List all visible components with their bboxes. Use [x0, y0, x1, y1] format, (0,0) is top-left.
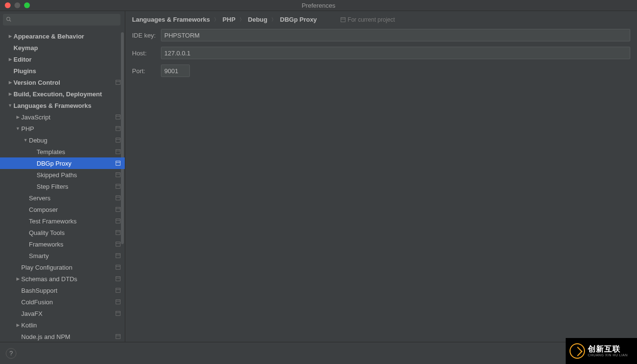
- svg-rect-34: [116, 288, 120, 293]
- project-icon: [115, 287, 121, 293]
- project-icon: [115, 311, 121, 316]
- tree-item[interactable]: ▶JavaScript: [0, 111, 125, 123]
- tree-item[interactable]: Composer: [0, 204, 125, 215]
- project-icon: [115, 241, 121, 247]
- svg-rect-17: [116, 184, 120, 186]
- tree-item[interactable]: Templates: [0, 146, 125, 157]
- tree-item-label: Composer: [29, 206, 58, 213]
- project-icon: [115, 160, 121, 166]
- host-input[interactable]: [161, 47, 630, 59]
- tree-item-label: Skipped Paths: [37, 171, 77, 179]
- project-icon: [115, 253, 121, 259]
- tree-item[interactable]: Node.js and NPM: [0, 331, 125, 342]
- tree-item-label: Step Filters: [37, 183, 68, 190]
- minimize-window-button[interactable]: [14, 2, 20, 8]
- chevron-right-icon[interactable]: ▶: [7, 57, 13, 62]
- tree-item-label: Build, Execution, Deployment: [13, 91, 102, 98]
- tree-item[interactable]: ▼Debug: [0, 134, 125, 146]
- breadcrumb-item[interactable]: Languages & Frameworks: [132, 16, 210, 23]
- breadcrumb-item[interactable]: PHP: [223, 16, 236, 23]
- tree-item[interactable]: ▶Editor: [0, 53, 125, 65]
- svg-rect-25: [116, 231, 120, 232]
- chevron-down-icon[interactable]: ▼: [14, 126, 21, 131]
- chevron-right-icon[interactable]: ▶: [14, 323, 21, 327]
- svg-rect-10: [116, 150, 120, 154]
- tree-item-label: PHP: [21, 125, 34, 132]
- chevron-down-icon[interactable]: ▼: [7, 103, 13, 108]
- project-scope-label: For current project: [348, 16, 395, 23]
- close-window-button[interactable]: [5, 2, 11, 8]
- breadcrumb-item[interactable]: Debug: [248, 16, 267, 23]
- svg-rect-16: [116, 184, 120, 189]
- tree-item-label: Play Configuration: [21, 264, 72, 271]
- tree-item[interactable]: Test Frameworks: [0, 215, 125, 227]
- tree-item-label: Version Control: [13, 79, 60, 86]
- project-icon: [115, 195, 121, 201]
- svg-rect-9: [116, 138, 120, 140]
- tree-item[interactable]: ▶Build, Execution, Deployment: [0, 88, 125, 100]
- svg-rect-43: [341, 17, 345, 19]
- ide-key-input[interactable]: [161, 29, 630, 41]
- port-input[interactable]: [161, 65, 190, 77]
- tree-item[interactable]: Quality Tools: [0, 227, 125, 238]
- tree-item-label: Frameworks: [29, 241, 64, 248]
- chevron-right-icon[interactable]: ▶: [7, 91, 13, 96]
- settings-form: IDE key: Host: Port:: [125, 28, 637, 83]
- watermark-subtitle: CHUANG XIN HU LIAN: [588, 353, 628, 357]
- tree-item[interactable]: ▼PHP: [0, 123, 125, 134]
- help-button[interactable]: ?: [6, 348, 16, 359]
- svg-rect-7: [116, 127, 120, 128]
- tree-item-label: Keymap: [13, 44, 38, 52]
- chevron-right-icon[interactable]: ▶: [7, 80, 13, 85]
- watermark-title: 创新互联: [588, 345, 628, 353]
- tree-item[interactable]: ▼Languages & Frameworks: [0, 100, 125, 111]
- tree-item[interactable]: ▶Version Control: [0, 77, 125, 88]
- tree-item[interactable]: Step Filters: [0, 181, 125, 192]
- chevron-right-icon[interactable]: ▶: [7, 34, 13, 39]
- svg-rect-35: [116, 288, 120, 290]
- project-icon: [115, 183, 121, 189]
- tree-item[interactable]: Keymap: [0, 42, 125, 53]
- maximize-window-button[interactable]: [24, 2, 30, 8]
- search-input[interactable]: [3, 14, 120, 26]
- chevron-down-icon[interactable]: ▼: [22, 138, 29, 143]
- tree-item[interactable]: Play Configuration: [0, 261, 125, 273]
- breadcrumb-item[interactable]: DBGp Proxy: [280, 16, 317, 23]
- tree-item-label: Kotlin: [21, 322, 37, 329]
- content-panel: Languages & Frameworks 〉 PHP 〉 Debug 〉 D…: [125, 11, 637, 342]
- tree-item[interactable]: Frameworks: [0, 238, 125, 250]
- tree-item[interactable]: ▶Schemas and DTDs: [0, 273, 125, 285]
- tree-item[interactable]: DBGp Proxy: [0, 157, 125, 169]
- project-icon: [115, 149, 121, 155]
- svg-rect-42: [341, 17, 345, 22]
- tree-item-label: Templates: [37, 148, 65, 156]
- tree-item[interactable]: Skipped Paths: [0, 169, 125, 181]
- tree-item[interactable]: Smarty: [0, 250, 125, 261]
- window-title: Preferences: [0, 2, 637, 9]
- tree-item-label: Debug: [29, 137, 47, 144]
- watermark-logo-icon: [570, 343, 585, 359]
- tree-item[interactable]: ColdFusion: [0, 296, 125, 308]
- svg-rect-33: [116, 277, 120, 278]
- svg-rect-37: [116, 300, 120, 301]
- chevron-right-icon[interactable]: ▶: [14, 115, 21, 119]
- tree-item-label: Appearance & Behavior: [13, 33, 84, 40]
- tree-item[interactable]: Servers: [0, 192, 125, 204]
- chevron-right-icon[interactable]: ▶: [14, 276, 21, 281]
- tree-item[interactable]: ▶Appearance & Behavior: [0, 30, 125, 42]
- settings-tree[interactable]: ▶Appearance & BehaviorKeymap▶EditorPlugi…: [0, 28, 125, 342]
- svg-rect-36: [116, 300, 120, 304]
- svg-rect-5: [116, 115, 120, 117]
- tree-item[interactable]: BashSupport: [0, 285, 125, 296]
- tree-item[interactable]: ▶Kotlin: [0, 319, 125, 331]
- tree-item[interactable]: JavaFX: [0, 308, 125, 319]
- chevron-right-icon: 〉: [214, 16, 219, 23]
- tree-item[interactable]: Plugins: [0, 65, 125, 77]
- svg-rect-21: [116, 208, 120, 209]
- tree-item-label: Plugins: [13, 67, 36, 75]
- tree-item-label: Languages & Frameworks: [13, 102, 92, 109]
- project-icon: [115, 264, 121, 270]
- tree-item-label: Smarty: [29, 252, 49, 260]
- host-label: Host:: [132, 50, 161, 57]
- titlebar: Preferences: [0, 0, 637, 11]
